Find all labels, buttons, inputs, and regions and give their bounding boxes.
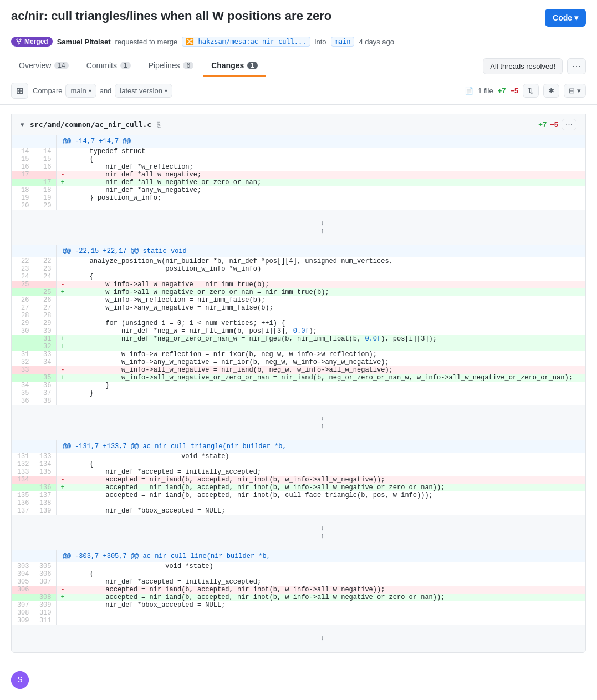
diff-line: 29 29 for (unsigned i = 0; i < num_verti… [12, 319, 585, 327]
diff-line: 18 18 nir_def *any_w_negative; [12, 186, 585, 194]
tab-pipelines[interactable]: Pipelines 6 [141, 55, 202, 77]
tabs-right-actions: All threads resolved! ⋯ [483, 58, 586, 74]
sort-button[interactable]: ⇅ [523, 84, 539, 98]
merge-info: Merged Samuel Pitoiset requested to merg… [11, 37, 586, 47]
diff-line: 305 307 nir_def *accepted = initially_ac… [12, 578, 585, 586]
expand-up-icon: ↑ [320, 227, 324, 235]
diff-line: 131 133 void *state) [12, 453, 585, 460]
diff-content: @@ -14,7 +14,7 @@ 14 14 typedef struct 1… [11, 135, 586, 653]
file-diff-stat: +7 −5 ⋯ [538, 119, 576, 130]
collapse-tree-button[interactable]: ⊞ [11, 83, 28, 99]
diff-line: 34 36 } [12, 382, 585, 389]
diff-table: @@ -14,7 +14,7 @@ 14 14 typedef struct 1… [12, 135, 585, 652]
hunk-header-4: @@ -303,7 +305,7 @@ ac_nir_cull_line(nir… [12, 550, 585, 562]
diff-line-removed: 33 - w_info->all_w_negative = nir_iand(b… [12, 366, 585, 374]
expand-down-icon: ↓ [320, 635, 324, 642]
diff-line: 36 38 [12, 397, 585, 405]
file-header: ▾ src/amd/common/ac_nir_cull.c ⎘ +7 −5 ⋯ [11, 114, 586, 135]
diff-line-added: 32 + [12, 343, 585, 351]
expand-row-3[interactable]: ↓ ↑ [12, 515, 585, 550]
more-options-button[interactable]: ⋯ [567, 58, 586, 74]
diff-line: 135 137 accepted = nir_iand(b, accepted,… [12, 491, 585, 499]
threads-button[interactable]: All threads resolved! [483, 58, 563, 74]
file-toggle-button[interactable]: ▾ [21, 120, 24, 129]
diff-line: 309 311 [12, 617, 585, 625]
diff-line: 35 37 } [12, 389, 585, 397]
diff-line: 28 28 [12, 312, 585, 319]
expand-down-icon: ↓ [320, 415, 324, 423]
code-button[interactable]: Code ▾ [545, 9, 586, 27]
version-select[interactable]: latest version ▾ [115, 84, 172, 98]
diff-line: 15 15 { [12, 155, 585, 163]
diff-line: 23 23 position_w_info *w_info) [12, 265, 585, 273]
diff-line: 31 33 w_info->w_reflection = nir_ixor(b,… [12, 351, 585, 358]
tab-commits[interactable]: Commits 1 [79, 55, 139, 77]
tab-overview[interactable]: Overview 14 [11, 55, 76, 77]
expand-up-icon: ↑ [320, 532, 324, 540]
diff-line: 20 20 [12, 202, 585, 210]
diff-line: 32 34 w_info->any_w_negative = nir_ior(b… [12, 358, 585, 366]
diff-line-removed: 17 - nir_def *all_w_negative; [12, 171, 585, 179]
diff-line: 24 24 { [12, 273, 585, 281]
toolbar-right: 📄 1 file +7 −5 ⇅ ✱ ⊟ ▾ [465, 84, 586, 98]
diff-line-added: 136 + accepted = nir_iand(b, accepted, n… [12, 484, 585, 491]
page-title: ac/nir: cull triangles/lines when all W … [11, 9, 331, 23]
file-icon: 📄 [465, 87, 473, 95]
diff-line-added: 31 + nir_def *neg_or_zero_or_nan_w = nir… [12, 335, 585, 343]
diff-line: 26 26 w_info->w_reflection = nir_imm_fal… [12, 296, 585, 304]
copy-path-button[interactable]: ⎘ [155, 119, 164, 130]
expand-up-icon: ↑ [320, 423, 324, 430]
diff-line: 308 310 [12, 609, 585, 617]
chevron-down-icon: ▾ [89, 88, 91, 94]
diff-line-removed: 306 - accepted = nir_iand(b, accepted, n… [12, 586, 585, 594]
file-options-button[interactable]: ⋯ [562, 119, 576, 130]
chevron-down-icon: ▾ [165, 88, 167, 94]
page-header: ac/nir: cull triangles/lines when all W … [0, 0, 597, 47]
hunk-header-2: @@ -22,15 +22,17 @@ static void [12, 245, 585, 257]
diff-line: 16 16 nir_def *w_reflection; [12, 163, 585, 171]
diff-line: 137 139 nir_def *bbox_accepted = NULL; [12, 507, 585, 515]
diff-line: 303 305 void *state) [12, 562, 585, 570]
diff-line-added: 308 + accepted = nir_iand(b, accepted, n… [12, 594, 585, 601]
diff-toolbar: ⊞ Compare main ▾ and latest version ▾ 📄 … [0, 77, 597, 105]
diff-line: 136 138 [12, 499, 585, 507]
expand-row-2[interactable]: ↓ ↑ [12, 405, 585, 440]
diff-line: 133 135 nir_def *accepted = initially_ac… [12, 468, 585, 476]
file-name: src/amd/common/ac_nir_cull.c [30, 120, 151, 129]
diff-line: 132 134 { [12, 460, 585, 468]
diff-line-removed: 134 - accepted = nir_iand(b, accepted, n… [12, 476, 585, 484]
author-name: Samuel Pitoiset [57, 38, 111, 46]
view-toggle-button[interactable]: ⊟ ▾ [564, 84, 586, 98]
hunk-header-1: @@ -14,7 +14,7 @@ [12, 135, 585, 148]
diff-line: 22 22 analyze_position_w(nir_builder *b,… [12, 257, 585, 265]
source-branch[interactable]: 🔀 hakzsam/mesa:ac_nir_cull... [182, 37, 310, 47]
diff-line: 14 14 typedef struct [12, 148, 585, 155]
expand-row[interactable]: ↓ ↑ [12, 210, 585, 245]
base-branch-select[interactable]: main ▾ [65, 84, 96, 98]
file-diff-block: ▾ src/amd/common/ac_nir_cull.c ⎘ +7 −5 ⋯… [11, 114, 586, 653]
diff-line: 27 27 w_info->any_w_negative = nir_imm_f… [12, 304, 585, 312]
diff-line: 307 309 nir_def *bbox_accepted = NULL; [12, 601, 585, 609]
compare-section: Compare main ▾ and latest version ▾ [33, 84, 172, 98]
expand-down-icon: ↓ [320, 525, 324, 532]
target-branch[interactable]: main [331, 37, 355, 47]
expand-down-icon: ↓ [320, 220, 324, 227]
tabs-bar: Overview 14 Commits 1 Pipelines 6 Change… [0, 55, 597, 77]
time-ago: 4 days ago [359, 38, 394, 46]
settings-button[interactable]: ✱ [543, 84, 559, 98]
file-header-left: ▾ src/amd/common/ac_nir_cull.c ⎘ [21, 119, 534, 130]
diff-line-added: 35 + w_info->all_w_negative_or_zero_or_n… [12, 374, 585, 382]
diff-line-added: 25 + w_info->all_w_negative_or_zero_or_n… [12, 288, 585, 296]
diff-line-added: 17 + nir_def *all_w_negative_or_zero_or_… [12, 179, 585, 186]
action-text: requested to merge [115, 38, 178, 46]
diff-line: 304 306 { [12, 570, 585, 578]
expand-row-4[interactable]: ↓ [12, 625, 585, 652]
diff-line: 30 30 nir_def *neg_w = nir_flt_imm(b, po… [12, 327, 585, 335]
merged-badge: Merged [11, 37, 53, 47]
tab-changes[interactable]: Changes 1 [203, 55, 266, 77]
diff-line-removed: 25 - w_info->all_w_negative = nir_imm_tr… [12, 281, 585, 288]
merge-icon [16, 38, 22, 45]
into-text: into [315, 38, 326, 46]
diff-line: 19 19 } position_w_info; [12, 194, 585, 202]
hunk-header-3: @@ -131,7 +133,7 @@ ac_nir_cull_triangle… [12, 440, 585, 453]
